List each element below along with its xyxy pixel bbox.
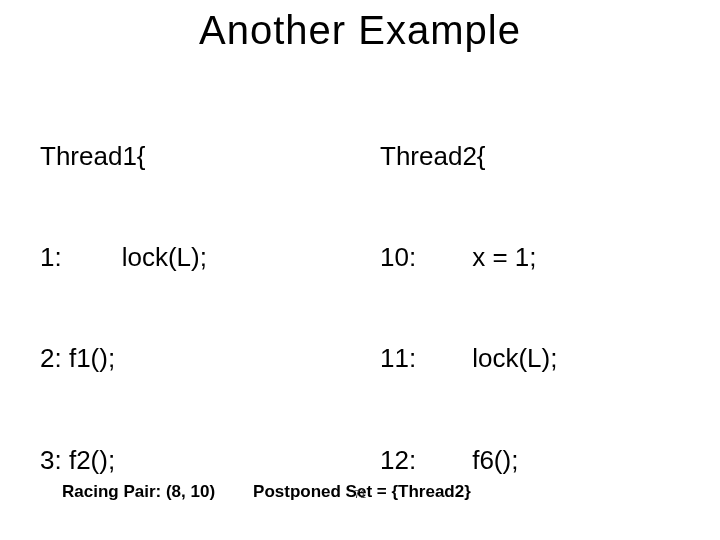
line-text: lock(L); — [62, 242, 207, 272]
code-line: 12:f6(); — [380, 444, 680, 478]
line-num: 2: — [40, 343, 62, 373]
code-line: 2: f1(); — [40, 342, 340, 376]
line-num: 11: — [380, 343, 416, 373]
code-line: 10:x = 1; — [380, 241, 680, 275]
code-line: 1:lock(L); — [40, 241, 340, 275]
line-text: f2(); — [69, 445, 115, 475]
code-line: 3: f2(); — [40, 444, 340, 478]
slide-title: Another Example — [0, 8, 720, 53]
code-columns: Thread1{ 1:lock(L); 2: f1(); 3: f2(); 4:… — [40, 72, 680, 540]
thread1-header: Thread1{ — [40, 140, 340, 174]
thread1-column: Thread1{ 1:lock(L); 2: f1(); 3: f2(); 4:… — [40, 72, 360, 540]
line-text: lock(L); — [416, 343, 557, 373]
line-text: f6(); — [416, 445, 518, 475]
line-num: 3: — [40, 445, 62, 475]
thread2-column: Thread2{ 10:x = 1; 11:lock(L); 12:f6(); … — [360, 72, 680, 540]
line-text: x = 1; — [416, 242, 536, 272]
line-num: 10: — [380, 242, 416, 272]
line-num: 1: — [40, 242, 62, 272]
line-text: f1(); — [69, 343, 115, 373]
slide: Another Example Thread1{ 1:lock(L); 2: f… — [0, 0, 720, 540]
code-line: 11:lock(L); — [380, 342, 680, 376]
line-num: 12: — [380, 445, 416, 475]
page-number: 71 — [0, 488, 720, 500]
thread2-header: Thread2{ — [380, 140, 680, 174]
